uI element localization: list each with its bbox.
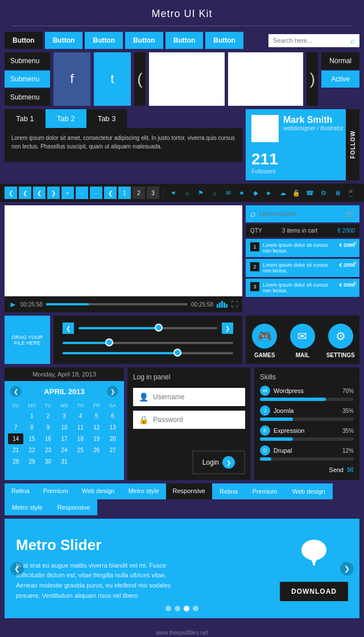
cal-day-22[interactable]: 22 bbox=[24, 445, 39, 456]
cal-day-11[interactable]: 11 bbox=[73, 422, 88, 433]
pag-minus1[interactable]: - bbox=[76, 187, 88, 199]
cart-remove-1[interactable]: ✕ bbox=[353, 240, 357, 246]
tab-2[interactable]: Tab 2 bbox=[46, 109, 86, 128]
cal-day-8[interactable]: 8 bbox=[24, 422, 39, 433]
gear-icon[interactable]: ⚙ bbox=[318, 187, 329, 198]
cal-day-24[interactable]: 24 bbox=[56, 445, 72, 456]
cal-day-4[interactable]: 4 bbox=[73, 411, 88, 421]
search-small-icon[interactable]: ⌕ bbox=[181, 187, 193, 198]
slider-1-left[interactable]: ❮ bbox=[63, 322, 74, 334]
slider-dot-4[interactable] bbox=[193, 606, 198, 611]
slider-1-right[interactable]: ❯ bbox=[222, 322, 233, 334]
pag-next[interactable]: ❯ bbox=[47, 187, 60, 199]
slider-next-btn[interactable]: ❯ bbox=[340, 562, 354, 576]
cal-day-10[interactable]: 10 bbox=[56, 422, 72, 433]
games-icon-cell[interactable]: 🎮 GAMES bbox=[246, 316, 284, 364]
tag-premium-2[interactable]: Premium bbox=[245, 483, 285, 499]
slider-prev-btn[interactable]: ❮ bbox=[10, 562, 24, 576]
cal-day-5[interactable]: 5 bbox=[89, 411, 104, 421]
tag-metrostyle-2[interactable]: Metro style bbox=[5, 499, 50, 515]
tag-webdesign-1[interactable]: Web design bbox=[75, 483, 122, 499]
star-icon[interactable]: ★ bbox=[236, 187, 247, 198]
cal-day-27[interactable]: 27 bbox=[105, 445, 121, 456]
follow-button[interactable]: FOLLOW bbox=[346, 109, 359, 180]
cal-next-btn[interactable]: ❯ bbox=[107, 386, 118, 397]
send-button[interactable]: Send bbox=[329, 466, 344, 473]
username-input[interactable] bbox=[153, 393, 239, 401]
pag-bracket-left[interactable]: ❮ bbox=[33, 187, 46, 199]
pag-prev[interactable]: ❮ bbox=[19, 187, 31, 199]
slider-dot-1[interactable] bbox=[166, 606, 171, 611]
pag-plus[interactable]: + bbox=[61, 187, 74, 199]
slider-1-thumb[interactable] bbox=[155, 324, 163, 332]
slider-2-thumb[interactable] bbox=[105, 338, 113, 346]
tag-retina-2[interactable]: Retina bbox=[212, 483, 245, 499]
pag-minus2[interactable]: - bbox=[90, 187, 102, 199]
active-btn[interactable]: Active bbox=[321, 71, 359, 88]
cal-prev-btn[interactable]: ❮ bbox=[10, 386, 22, 397]
tag-webdesign-2[interactable]: Web design bbox=[285, 483, 333, 499]
cal-day-25[interactable]: 25 bbox=[73, 445, 88, 456]
cart-search-input[interactable] bbox=[259, 210, 342, 217]
cal-day-31[interactable]: 31 bbox=[56, 456, 72, 467]
cal-day-7[interactable]: 7 bbox=[8, 422, 23, 433]
play-button[interactable]: ► bbox=[9, 300, 17, 309]
submenu-item-3[interactable]: Submenu bbox=[5, 89, 50, 106]
cal-day-29[interactable]: 29 bbox=[24, 456, 39, 467]
btn-4[interactable]: Button bbox=[125, 32, 163, 49]
pag-2[interactable]: 2 bbox=[133, 187, 145, 199]
submenu-item-1[interactable]: Submenu bbox=[5, 52, 50, 69]
pag-3[interactable]: 3 bbox=[147, 187, 159, 199]
cal-day-2[interactable]: 2 bbox=[40, 411, 56, 421]
flag-icon[interactable]: ⚑ bbox=[195, 187, 206, 198]
monitor-icon[interactable]: 🖥 bbox=[332, 187, 343, 198]
search-input[interactable] bbox=[273, 37, 350, 44]
submenu-item-2[interactable]: Submenu bbox=[5, 71, 50, 88]
tablet-icon[interactable]: 📱 bbox=[345, 187, 357, 198]
cal-day-1[interactable]: 1 bbox=[24, 411, 39, 421]
cart-remove-3[interactable]: ✕ bbox=[353, 280, 357, 286]
cal-day-21[interactable]: 21 bbox=[8, 445, 23, 456]
tab-1[interactable]: Tab 1 bbox=[5, 109, 46, 128]
cal-day-30[interactable]: 30 bbox=[40, 456, 56, 467]
facebook-button[interactable]: f bbox=[53, 52, 90, 106]
cal-day-19[interactable]: 19 bbox=[89, 433, 104, 444]
btn-5[interactable]: Button bbox=[166, 32, 204, 49]
pag-prev-prev[interactable]: ❮ bbox=[5, 187, 17, 199]
slider-3-track[interactable] bbox=[63, 352, 233, 354]
pag-1[interactable]: 1 bbox=[118, 187, 131, 199]
cal-day-15[interactable]: 15 bbox=[24, 433, 39, 444]
home-icon[interactable]: ⌂ bbox=[209, 187, 220, 198]
twitter-button[interactable]: t bbox=[94, 52, 131, 106]
btn-1[interactable]: Button bbox=[5, 32, 43, 49]
phone-icon[interactable]: ☎ bbox=[304, 187, 316, 198]
cal-day-3[interactable]: 3 bbox=[56, 411, 72, 421]
cal-day-16[interactable]: 16 bbox=[40, 433, 56, 444]
slider-3-thumb[interactable] bbox=[173, 349, 181, 357]
cal-day-18[interactable]: 18 bbox=[73, 433, 88, 444]
cloud-icon[interactable]: ☁ bbox=[277, 187, 288, 198]
password-input[interactable] bbox=[153, 416, 239, 424]
mail-icon-cell[interactable]: ✉ MAIL bbox=[284, 316, 322, 364]
play-icon[interactable]: ► bbox=[263, 187, 275, 198]
progress-bar[interactable] bbox=[46, 303, 188, 305]
fullscreen-icon[interactable]: ⛶ bbox=[231, 300, 238, 308]
slider-2-track[interactable] bbox=[63, 342, 233, 344]
cal-day-14[interactable]: 14 bbox=[8, 433, 23, 444]
pag-bracket-right[interactable]: ❮ bbox=[104, 187, 117, 199]
cal-day-12[interactable]: 12 bbox=[89, 422, 104, 433]
normal-btn[interactable]: Normal bbox=[321, 52, 359, 69]
tag-responsive-1[interactable]: Responsive bbox=[166, 483, 212, 499]
cal-day-23[interactable]: 23 bbox=[40, 445, 56, 456]
mail-icon[interactable]: ✉ bbox=[222, 187, 234, 198]
tab-3[interactable]: Tab 3 bbox=[86, 109, 127, 128]
slider-dot-3[interactable] bbox=[184, 606, 189, 611]
cal-day-28[interactable]: 28 bbox=[8, 456, 23, 467]
diamond-icon[interactable]: ◆ bbox=[250, 187, 261, 198]
cal-day-6[interactable]: 6 bbox=[105, 411, 121, 421]
lock-icon[interactable]: 🔒 bbox=[291, 187, 302, 198]
btn-2[interactable]: Button bbox=[45, 32, 83, 49]
login-button[interactable]: Login ❯ bbox=[192, 450, 245, 474]
cal-day-13[interactable]: 13 bbox=[105, 422, 121, 433]
settings-icon-cell[interactable]: ⚙ SETTINGS bbox=[321, 316, 359, 364]
